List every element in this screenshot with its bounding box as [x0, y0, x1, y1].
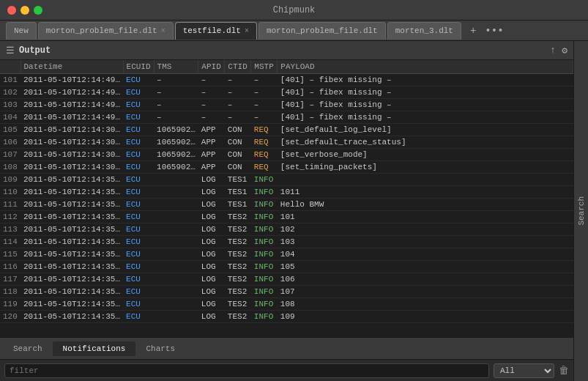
table-row[interactable]: 1102011-05-10T12:14:35…ECULOGTES1INFO101…: [0, 186, 573, 199]
col-header-payload[interactable]: PAYLOAD: [278, 60, 573, 74]
tab-morten3[interactable]: morten_3.dlt: [387, 22, 461, 40]
table-row[interactable]: 1142011-05-10T12:14:35…ECULOGTES2INFO103: [0, 236, 573, 248]
minimize-button[interactable]: [21, 6, 29, 15]
cell-0: 117: [0, 273, 21, 286]
tab-close-morton1[interactable]: ×: [161, 27, 165, 35]
cell-7: 109: [278, 311, 573, 323]
cell-2: ECU: [123, 311, 154, 323]
add-tab-button[interactable]: +: [467, 23, 479, 38]
table-row[interactable]: 1112011-05-10T12:14:35…ECULOGTES1INFOHel…: [0, 199, 573, 211]
cell-2: ECU: [123, 199, 154, 211]
bottom-tab-notifications[interactable]: Notifications: [53, 341, 136, 356]
settings-icon[interactable]: ⚙: [562, 45, 567, 56]
cell-6: INFO: [251, 236, 278, 248]
trash-icon[interactable]: 🗑: [559, 365, 569, 377]
cell-4: APP: [198, 124, 225, 136]
cell-3: 1065902…: [154, 124, 198, 136]
tab-morton2[interactable]: morton_problem_file.dlt: [258, 22, 386, 40]
table-row[interactable]: 1032011-05-10T12:14:49…ECU––––[401] – fi…: [0, 99, 573, 111]
cell-0: 108: [0, 161, 21, 174]
table-row[interactable]: 1172011-05-10T12:14:35…ECULOGTES2INFO106: [0, 273, 573, 286]
cell-5: –: [225, 74, 251, 86]
output-header: ☰ Output ↑ ⚙: [0, 41, 573, 60]
cell-1: 2011-05-10T12:14:35…: [21, 286, 123, 298]
cell-3: [154, 248, 198, 261]
tab-morton1[interactable]: morton_problem_file.dlt×: [38, 22, 174, 40]
cell-4: LOG: [198, 286, 225, 298]
cell-6: REQ: [251, 161, 278, 174]
cell-7: [401] – fibex missing –: [278, 99, 573, 111]
cell-0: 115: [0, 248, 21, 261]
cell-4: LOG: [198, 223, 225, 236]
bottom-tab-charts[interactable]: Charts: [135, 341, 185, 356]
cell-4: APP: [198, 161, 225, 174]
maximize-button[interactable]: [34, 6, 42, 15]
table-header-row: Datetime ECUID TMS APID CTID MSTP PAYLOA…: [0, 60, 573, 74]
table-row[interactable]: 1092011-05-10T12:14:35…ECULOGTES1INFO: [0, 174, 573, 186]
bottom-tabs-bar: SearchNotificationsCharts: [0, 337, 573, 359]
cell-7: 104: [278, 248, 573, 261]
cell-4: LOG: [198, 174, 225, 186]
tab-label-new: New: [14, 26, 29, 35]
cell-5: TES2: [225, 298, 251, 311]
cell-5: TES2: [225, 211, 251, 223]
cell-7: 1011: [278, 186, 573, 199]
hamburger-icon[interactable]: ☰: [6, 45, 15, 56]
tab-testfile[interactable]: testfile.dlt×: [175, 22, 257, 40]
table-row[interactable]: 1162011-05-10T12:14:35…ECULOGTES2INFO105: [0, 261, 573, 273]
cell-2: ECU: [123, 223, 154, 236]
table-row[interactable]: 1132011-05-10T12:14:35…ECULOGTES2INFO102: [0, 223, 573, 236]
cell-7: [set_default_log_level]: [278, 124, 573, 136]
cell-0: 116: [0, 261, 21, 273]
tab-close-testfile[interactable]: ×: [245, 27, 249, 35]
cell-4: –: [198, 99, 225, 111]
cell-1: 2011-05-10T12:14:35…: [21, 199, 123, 211]
table-row[interactable]: 1152011-05-10T12:14:35…ECULOGTES2INFO104: [0, 248, 573, 261]
cell-7: Hello BMW: [278, 199, 573, 211]
col-header-tms[interactable]: TMS: [154, 60, 198, 74]
cell-5: –: [225, 86, 251, 99]
cell-4: LOG: [198, 248, 225, 261]
table-row[interactable]: 1052011-05-10T12:14:30…ECU1065902…APPCON…: [0, 124, 573, 136]
table-row[interactable]: 1072011-05-10T12:14:30…ECU1065902…APPCON…: [0, 149, 573, 161]
table-row[interactable]: 1022011-05-10T12:14:49…ECU––––[401] – fi…: [0, 86, 573, 99]
table-row[interactable]: 1012011-05-10T12:14:49…ECU––––[401] – fi…: [0, 74, 573, 86]
col-header-ecuid[interactable]: ECUID: [123, 60, 154, 74]
table-row[interactable]: 1202011-05-10T12:14:35…ECULOGTES2INFO109: [0, 311, 573, 323]
table-row[interactable]: 1192011-05-10T12:14:35…ECULOGTES2INFO108: [0, 298, 573, 311]
cell-6: INFO: [251, 311, 278, 323]
table-row[interactable]: 1182011-05-10T12:14:35…ECULOGTES2INFO107: [0, 286, 573, 298]
filter-input[interactable]: [4, 363, 489, 378]
bottom-tab-search[interactable]: Search: [3, 341, 53, 356]
cell-0: 111: [0, 199, 21, 211]
table-row[interactable]: 1122011-05-10T12:14:35…ECULOGTES2INFO101: [0, 211, 573, 223]
upload-icon[interactable]: ↑: [550, 45, 556, 56]
cell-6: INFO: [251, 211, 278, 223]
cell-3: 1065902…: [154, 136, 198, 149]
col-header-mstp[interactable]: MSTP: [251, 60, 278, 74]
col-header-ctid[interactable]: CTID: [225, 60, 251, 74]
col-header-datetime[interactable]: Datetime: [21, 60, 123, 74]
cell-6: REQ: [251, 149, 278, 161]
filter-select[interactable]: All Errors Warnings Info: [494, 363, 554, 378]
table-container[interactable]: Datetime ECUID TMS APID CTID MSTP PAYLOA…: [0, 60, 573, 337]
sidebar-search-label[interactable]: Search: [577, 196, 586, 226]
table-row[interactable]: 1082011-05-10T12:14:30…ECU1065902…APPCON…: [0, 161, 573, 174]
cell-3: –: [154, 99, 198, 111]
cell-6: REQ: [251, 124, 278, 136]
output-icons: ↑ ⚙: [550, 45, 567, 56]
cell-5: CON: [225, 161, 251, 174]
table-row[interactable]: 1042011-05-10T12:14:49…ECU––––[401] – fi…: [0, 111, 573, 124]
left-panel: ☰ Output ↑ ⚙ Datetime ECUID TMS APID CTI…: [0, 41, 573, 381]
cell-6: INFO: [251, 186, 278, 199]
tab-new[interactable]: New: [6, 22, 37, 40]
more-tabs-button[interactable]: •••: [482, 23, 506, 38]
col-header-num: [0, 60, 21, 74]
close-button[interactable]: [7, 6, 16, 15]
cell-6: –: [251, 74, 278, 86]
cell-2: ECU: [123, 74, 154, 86]
col-header-apid[interactable]: APID: [198, 60, 225, 74]
table-row[interactable]: 1062011-05-10T12:14:30…ECU1065902…APPCON…: [0, 136, 573, 149]
cell-6: REQ: [251, 136, 278, 149]
window-controls: [0, 6, 42, 15]
